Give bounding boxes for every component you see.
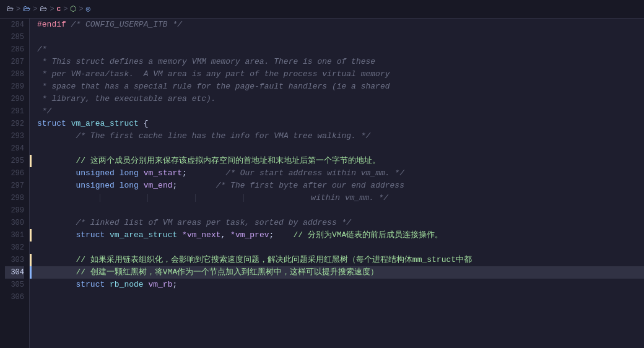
code-line-300: /* linked list of VM areas per task, sor… (30, 217, 644, 229)
code-line-289: * space that has a special rule for the … (30, 80, 644, 93)
code-line-303: // 如果采用链表组织化，会影响到它搜索速度问题，解决此问题采用红黑树（每个进程… (30, 254, 644, 266)
line-number-295: 295 (5, 155, 24, 167)
code-line-285 (30, 31, 644, 43)
breadcrumb-linux-subfolder[interactable]: 🗁 (40, 4, 47, 14)
line-number-303: 303 (5, 254, 24, 266)
line-number-288: 288 (5, 68, 24, 80)
field-icon: ◎ (86, 5, 90, 14)
code-line-292: struct vm_area_struct { (30, 118, 644, 130)
line-number-302: 302 (5, 241, 24, 254)
folder-icon-2: 🗁 (23, 5, 30, 14)
code-line-306 (30, 291, 644, 303)
breadcrumb-field[interactable]: ◎ (86, 4, 90, 14)
c-file-icon: C (57, 6, 61, 13)
breadcrumb-file[interactable]: C (57, 5, 61, 14)
line-number-287: 287 (5, 56, 24, 68)
code-line-294 (30, 142, 644, 155)
code-area: 2842852862872882892902912922932942952962… (0, 19, 644, 348)
line-number-304: 304 (5, 266, 24, 279)
code-line-284: #endif /* CONFIG_USERPA_ITB */ (30, 19, 644, 31)
line-number-306: 306 (5, 291, 24, 303)
line-number-289: 289 (5, 80, 24, 93)
line-number-286: 286 (5, 43, 24, 56)
code-line-296: unsigned long vm_start; /* Our start add… (30, 167, 644, 180)
code-line-287: * This struct defines a memory VMM memor… (30, 56, 644, 68)
breadcrumb-sep-2: > (33, 5, 37, 14)
code-line-288: * per VM-area/task. A VM area is any par… (30, 68, 644, 80)
line-number-291: 291 (5, 105, 24, 118)
code-line-298: within vm_mm. */ (30, 192, 644, 204)
code-line-301: struct vm_area_struct *vm_next, *vm_prev… (30, 229, 644, 241)
code-line-304: // 创建一颗红黑树，将VMA作为一个节点加入到红黑树中，这样可以提升搜索速度） (30, 266, 644, 279)
line-number-300: 300 (5, 217, 24, 229)
line-number-290: 290 (5, 93, 24, 105)
breadcrumb: 🗁 > 🗁 > 🗁 > C > ⬡ > ◎ (0, 0, 644, 19)
line-numbers: 2842852862872882892902912922932942952962… (0, 19, 30, 348)
folder-icon-3: 🗁 (40, 5, 47, 14)
breadcrumb-include-folder[interactable]: 🗁 (23, 4, 30, 14)
breadcrumb-sep-4: > (63, 5, 67, 14)
line-number-294: 294 (5, 142, 24, 155)
code-line-291: */ (30, 105, 644, 118)
code-line-286: /* (30, 43, 644, 56)
line-number-284: 284 (5, 19, 24, 31)
struct-icon: ⬡ (70, 5, 76, 14)
line-number-299: 299 (5, 204, 24, 217)
line-number-301: 301 (5, 229, 24, 241)
line-number-296: 296 (5, 167, 24, 180)
line-number-297: 297 (5, 180, 24, 192)
code-line-302 (30, 241, 644, 254)
breadcrumb-struct[interactable]: ⬡ (70, 4, 76, 14)
code-line-290: * library, the executable area etc). (30, 93, 644, 105)
breadcrumb-sep-3: > (50, 5, 54, 14)
code-line-299 (30, 204, 644, 217)
breadcrumb-linux-folder[interactable]: 🗁 (6, 4, 14, 14)
code-line-297: unsigned long vm_end; /* The first byte … (30, 180, 644, 192)
code-content[interactable]: #endif /* CONFIG_USERPA_ITB */ /* * This… (30, 19, 644, 348)
line-number-285: 285 (5, 31, 24, 43)
code-line-305: struct rb_node vm_rb; (30, 279, 644, 291)
line-number-292: 292 (5, 118, 24, 130)
breadcrumb-sep-5: > (79, 5, 83, 14)
line-number-298: 298 (5, 192, 24, 204)
line-number-293: 293 (5, 130, 24, 142)
folder-icon: 🗁 (6, 5, 14, 14)
code-line-293: /* The first cache line has the info for… (30, 130, 644, 142)
code-line-295: // 这两个成员分别用来保存该虚拟内存空间的首地址和末地址后第一个字节的地址。 (30, 155, 644, 167)
breadcrumb-sep-1: > (16, 5, 20, 14)
line-number-305: 305 (5, 279, 24, 291)
